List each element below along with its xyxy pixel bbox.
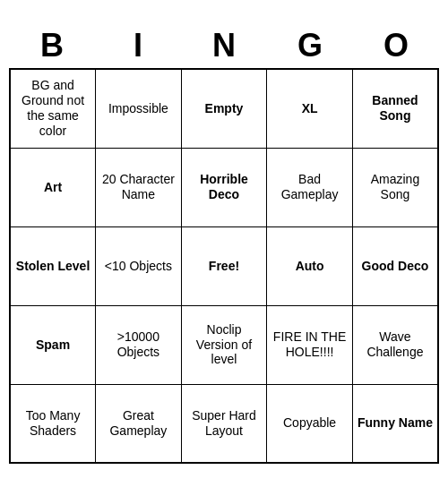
- table-row: Art20 Character NameHorrible DecoBad Gam…: [10, 148, 438, 226]
- bingo-grid: BG and Ground not the same colorImpossib…: [9, 68, 439, 464]
- bingo-card: BINGO BG and Ground not the same colorIm…: [9, 23, 439, 464]
- table-row: Stolen Level<10 ObjectsFree!AutoGood Dec…: [10, 226, 438, 305]
- bingo-cell: Impossible: [96, 69, 182, 148]
- bingo-cell: FIRE IN THE HOLE!!!!: [267, 305, 353, 384]
- bingo-cell: Super Hard Layout: [181, 384, 267, 463]
- bingo-header: BINGO: [9, 23, 439, 68]
- bingo-cell: Wave Challenge: [352, 305, 438, 384]
- bingo-cell: Funny Name: [352, 384, 438, 463]
- bingo-cell: Banned Song: [352, 69, 438, 148]
- bingo-cell: Spam: [10, 305, 96, 384]
- bingo-cell: Amazing Song: [352, 148, 438, 226]
- header-letter: G: [267, 23, 353, 68]
- bingo-cell: XL: [267, 69, 353, 148]
- bingo-cell: Empty: [181, 69, 267, 148]
- header-letter: I: [95, 23, 181, 68]
- bingo-cell: <10 Objects: [96, 226, 182, 305]
- bingo-cell: >10000 Objects: [96, 305, 182, 384]
- bingo-cell: Great Gameplay: [96, 384, 182, 463]
- bingo-cell: Copyable: [267, 384, 353, 463]
- bingo-cell: Noclip Version of level: [181, 305, 267, 384]
- bingo-cell: Art: [10, 148, 96, 226]
- table-row: Too Many ShadersGreat GameplaySuper Hard…: [10, 384, 438, 463]
- header-letter: N: [181, 23, 267, 68]
- bingo-cell: Horrible Deco: [181, 148, 267, 226]
- table-row: Spam>10000 ObjectsNoclip Version of leve…: [10, 305, 438, 384]
- bingo-cell: BG and Ground not the same color: [10, 69, 96, 148]
- header-letter: B: [9, 23, 95, 68]
- table-row: BG and Ground not the same colorImpossib…: [10, 69, 438, 148]
- bingo-cell: Too Many Shaders: [10, 384, 96, 463]
- bingo-cell: Free!: [181, 226, 267, 305]
- header-letter: O: [353, 23, 439, 68]
- bingo-cell: Good Deco: [352, 226, 438, 305]
- bingo-cell: 20 Character Name: [96, 148, 182, 226]
- bingo-cell: Auto: [267, 226, 353, 305]
- bingo-cell: Bad Gameplay: [267, 148, 353, 226]
- bingo-cell: Stolen Level: [10, 226, 96, 305]
